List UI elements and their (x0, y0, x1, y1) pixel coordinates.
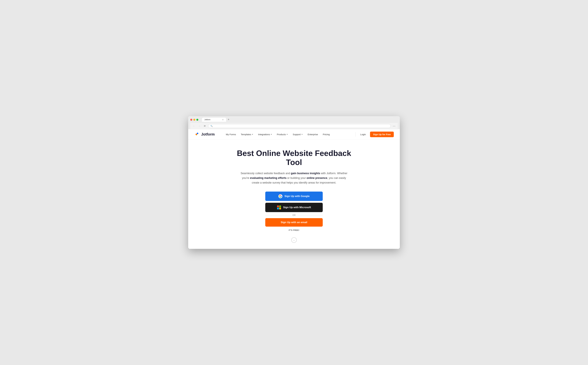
login-button[interactable]: Login (357, 132, 369, 137)
tab-title: Jotform (204, 119, 210, 121)
traffic-lights (190, 119, 198, 121)
browser-window: Jotform ✕ + ← → ⟳ 🔍 ⋯ (188, 116, 400, 249)
navbar: Jotform My Forms Templates ▼ Integration… (188, 129, 400, 140)
address-bar[interactable]: 🔍 (208, 124, 391, 128)
nav-enterprise-label: Enterprise (308, 133, 318, 136)
hero-title: Best Online Website Feedback Tool (234, 149, 354, 167)
ms-yellow-square (279, 208, 281, 209)
maximize-button[interactable] (196, 119, 198, 121)
signup-google-label: Sign Up with Google (284, 195, 310, 198)
or-line-right (298, 215, 323, 215)
hero-subtitle: Seamlessly collect website feedback and … (238, 171, 350, 185)
google-icon (278, 194, 282, 198)
back-button[interactable]: ← (192, 124, 196, 128)
nav-products-label: Products (277, 133, 286, 136)
refresh-button[interactable]: ⟳ (203, 124, 207, 128)
browser-titlebar: Jotform ✕ + (190, 118, 398, 122)
browser-tabs: Jotform ✕ + (202, 118, 230, 122)
new-tab-button[interactable]: + (227, 118, 230, 121)
nav-links: My Forms Templates ▼ Integrations ▼ Prod… (224, 132, 354, 137)
tab-close-icon[interactable]: ✕ (222, 119, 224, 121)
nav-templates[interactable]: Templates ▼ (239, 132, 255, 137)
signup-email-label: Sign Up with an email (281, 221, 307, 224)
logo[interactable]: Jotform (194, 132, 215, 137)
or-divider: OR (265, 214, 323, 216)
browser-toolbar: ← → ⟳ 🔍 ⋯ (190, 123, 398, 129)
signup-google-button[interactable]: Sign Up with Google (265, 192, 323, 201)
nav-my-forms-label: My Forms (226, 133, 236, 136)
active-tab[interactable]: Jotform ✕ (202, 118, 226, 122)
chevron-down-icon: ⌄ (293, 239, 295, 241)
close-button[interactable] (190, 119, 192, 121)
products-chevron-icon: ▼ (286, 133, 288, 135)
nav-support[interactable]: Support ▼ (291, 132, 305, 137)
nav-templates-label: Templates (241, 133, 251, 136)
hero-bold-2: evaluating marketing efforts (250, 176, 286, 179)
ms-green-square (279, 205, 281, 207)
support-chevron-icon: ▼ (301, 133, 303, 135)
nav-integrations-label: Integrations (258, 133, 270, 136)
logo-text: Jotform (201, 132, 215, 136)
ms-blue-square (277, 208, 279, 209)
hero-bold-1: gain business insights (291, 172, 320, 175)
jotform-logo-icon (194, 132, 200, 137)
forward-button[interactable]: → (197, 124, 201, 128)
nav-pricing-label: Pricing (323, 133, 330, 136)
browser-chrome: Jotform ✕ + ← → ⟳ 🔍 ⋯ (188, 116, 400, 129)
browser-menu-button[interactable]: ⋯ (392, 124, 396, 128)
google-logo-svg (279, 195, 282, 198)
nav-products[interactable]: Products ▼ (275, 132, 290, 137)
scroll-down-button[interactable]: ⌄ (291, 237, 297, 243)
hero-section: Best Online Website Feedback Tool Seamle… (188, 140, 400, 249)
nav-support-label: Support (293, 133, 301, 136)
signup-free-button[interactable]: Sign Up for Free (370, 132, 394, 137)
signup-microsoft-button[interactable]: Sign Up with Microsoft (265, 203, 323, 212)
cta-buttons: Sign Up with Google Sign Up with Microso… (265, 192, 323, 231)
search-icon: 🔍 (210, 125, 213, 127)
ms-red-square (277, 205, 279, 207)
signup-microsoft-label: Sign Up with Microsoft (283, 206, 311, 209)
minimize-button[interactable] (193, 119, 195, 121)
nav-enterprise[interactable]: Enterprise (305, 132, 320, 137)
nav-actions: Login Sign Up for Free (357, 132, 394, 137)
microsoft-icon (277, 205, 281, 209)
nav-integrations[interactable]: Integrations ▼ (256, 132, 274, 137)
free-label: IT'S FREE! (289, 229, 299, 231)
page-content: Jotform My Forms Templates ▼ Integration… (188, 129, 400, 249)
nav-pricing[interactable]: Pricing (321, 132, 332, 137)
signup-email-button[interactable]: Sign Up with an email (265, 218, 323, 227)
or-text: OR (292, 214, 296, 216)
templates-chevron-icon: ▼ (252, 133, 253, 135)
nav-my-forms[interactable]: My Forms (224, 132, 238, 137)
hero-bold-3: online presence (306, 176, 327, 179)
or-line-left (265, 215, 291, 215)
integrations-chevron-icon: ▼ (270, 133, 272, 135)
